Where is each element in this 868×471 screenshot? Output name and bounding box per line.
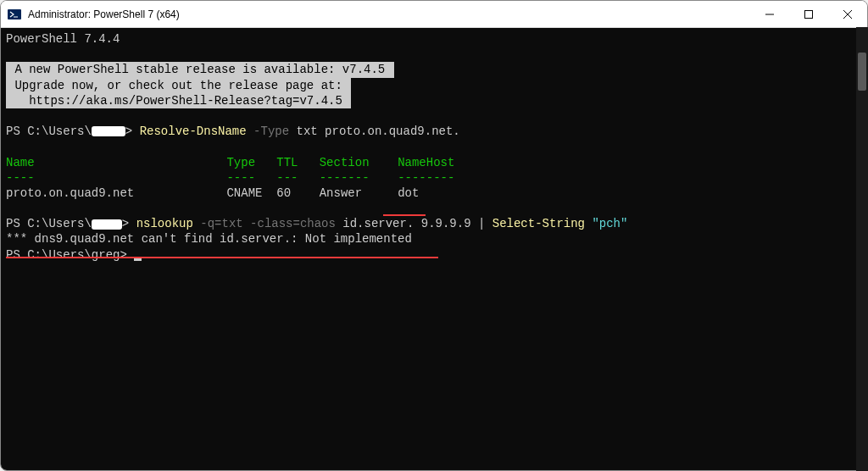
path: C:\Users\greg xyxy=(27,248,120,262)
path: C:\Users\ xyxy=(27,217,92,230)
ps-prefix: PS xyxy=(6,125,27,138)
prompt-line-3: PS C:\Users\greg> xyxy=(6,247,862,263)
redacted-username xyxy=(92,219,122,230)
cell-name: proto.on.quad9.net xyxy=(6,186,134,200)
cmd: nslookup xyxy=(136,217,201,230)
cell-type: CNAME xyxy=(226,186,262,200)
blank xyxy=(6,108,862,124)
table-header: Name Type TTL Section NameHost xyxy=(6,155,862,170)
annotation-underline-2 xyxy=(6,257,438,258)
notice-line3: https://aka.ms/PowerShell-Release?tag=v7… xyxy=(6,93,351,108)
col-ttl: TTL xyxy=(276,156,298,169)
window-title: Administrator: PowerShell 7 (x64) xyxy=(28,8,750,20)
powershell-window: Administrator: PowerShell 7 (x64) PowerS… xyxy=(0,0,868,471)
terminal-output[interactable]: PowerShell 7.4.4 A new PowerShell stable… xyxy=(1,28,867,470)
col-namehost: NameHost xyxy=(398,156,454,169)
d-namehost: -------- xyxy=(398,171,454,185)
redacted-username xyxy=(92,126,125,136)
notice: Upgrade now, or check out the release pa… xyxy=(6,78,862,93)
gt: > xyxy=(122,217,136,230)
col-section: Section xyxy=(320,156,370,169)
titlebar[interactable]: Administrator: PowerShell 7 (x64) xyxy=(1,1,867,28)
prompt-line-2: PS C:\Users\> nslookup -q=txt -class=cha… xyxy=(6,216,862,231)
col-name: Name xyxy=(6,156,35,169)
powershell-icon xyxy=(8,8,21,21)
version-line: PowerShell 7.4.4 xyxy=(6,31,862,47)
maximize-button[interactable] xyxy=(789,1,828,28)
gt: > xyxy=(120,248,134,262)
prompt-line-1: PS C:\Users\> Resolve-DnsName -Type txt … xyxy=(6,124,862,139)
blank xyxy=(6,201,862,216)
notice-line2: Upgrade now, or check out the release pa… xyxy=(6,78,351,93)
flags: -q=txt -class=chaos xyxy=(200,217,342,230)
table-row: proto.on.quad9.net CNAME 60 Answer dot xyxy=(6,186,862,201)
scrollbar-thumb[interactable] xyxy=(858,53,866,91)
blank xyxy=(6,139,862,154)
table-divider: ---- ---- --- ------- -------- xyxy=(6,170,862,186)
args: id.server. 9.9.9.9 xyxy=(342,217,478,230)
path: C:\Users\ xyxy=(27,125,92,138)
flag: -Type xyxy=(253,125,296,138)
col-type: Type xyxy=(226,156,255,169)
cell-ttl: 60 xyxy=(276,186,291,200)
close-button[interactable] xyxy=(828,1,867,28)
cmdlet: Resolve-DnsName xyxy=(140,125,253,138)
cell-namehost: dot xyxy=(398,186,419,200)
annotation-underline-1 xyxy=(383,214,426,216)
cell-section: Answer xyxy=(320,186,362,200)
scrollbar[interactable] xyxy=(856,27,868,471)
d-name: ---- xyxy=(6,171,35,185)
svg-rect-1 xyxy=(805,11,813,19)
d-section: ------- xyxy=(320,171,370,185)
ps-prefix: PS xyxy=(6,217,27,230)
d-ttl: --- xyxy=(276,171,298,185)
blank xyxy=(6,47,862,62)
notice: A new PowerShell stable release is avail… xyxy=(6,62,862,77)
ps-prefix: PS xyxy=(6,248,27,262)
notice: https://aka.ms/PowerShell-Release?tag=v7… xyxy=(6,93,862,108)
notice-line1: A new PowerShell stable release is avail… xyxy=(6,62,394,77)
cmd2: Select-String xyxy=(492,217,593,230)
string: "pch" xyxy=(592,217,627,230)
minimize-button[interactable] xyxy=(750,1,789,28)
error-line: *** dns9.quad9.net can't find id.server.… xyxy=(6,231,862,247)
window-controls xyxy=(750,1,867,27)
d-type: ---- xyxy=(226,171,255,185)
cursor xyxy=(134,258,142,261)
gt: > xyxy=(125,125,140,138)
pipe: | xyxy=(478,217,492,230)
args: txt proto.on.quad9.net. xyxy=(297,125,460,138)
